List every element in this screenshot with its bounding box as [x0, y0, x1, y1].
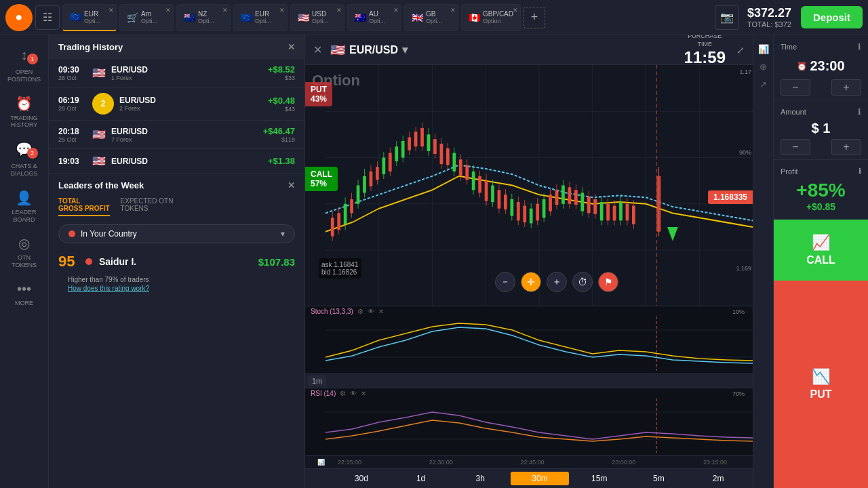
trade-avatar: 2	[92, 93, 114, 115]
tab-nzd[interactable]: 🇳🇿 NZ Opti... ✕	[176, 4, 231, 31]
sidebar-item-open-positions[interactable]: ↕ 1 OPENPOSITIONS	[0, 42, 48, 89]
zoom-out-button[interactable]: －	[495, 272, 515, 292]
price-axis-top: 1.17	[739, 68, 751, 75]
flag-button[interactable]: ⚑	[598, 272, 618, 292]
trade-pair: EUR/USD	[111, 65, 148, 75]
sidebar-item-otn-tokens[interactable]: ◎ OTNTOKENS	[0, 230, 48, 274]
rsi-settings-icon[interactable]: ⚙	[340, 390, 346, 397]
trade-date: 26 Oct	[58, 105, 87, 112]
leaders-close[interactable]: ✕	[288, 180, 295, 190]
crosshair-button[interactable]: ✛	[521, 272, 541, 292]
table-row[interactable]: 09:30 26 Oct 🇺🇸 EUR/USD 1 Forex +$8.52 $…	[49, 59, 304, 87]
tab-close-icon[interactable]: ✕	[450, 7, 456, 14]
sidebar-label-leaderboard: LEADERBOARD	[12, 209, 36, 224]
time-controls: − +	[781, 79, 861, 96]
time-plus-button[interactable]: +	[831, 79, 861, 96]
chart-controls: － ✛ ＋ ⏱ ⚑	[495, 272, 618, 292]
call-button[interactable]: 📈 CALL	[774, 220, 868, 281]
trade-pair: EUR/USD	[111, 157, 148, 166]
price-axis-bottom: 1.169	[736, 265, 751, 272]
trade-time: 06:19	[58, 96, 87, 105]
grid-button[interactable]: ☷	[35, 5, 60, 30]
table-row[interactable]: 19:03 🇺🇸 EUR/USD +$1.38	[49, 149, 304, 174]
tab-gb[interactable]: 🇬🇧 GB Opti... ✕	[404, 4, 458, 31]
ask-bid-display: ask 1.16841 bid 1.16826	[319, 258, 361, 279]
period-30d[interactable]: 30d	[332, 472, 391, 485]
sidebar-item-trading-history[interactable]: ⏰ TRADINGHISTORY	[0, 90, 48, 135]
tab-sublabel: Opti...	[369, 18, 385, 24]
clock-button[interactable]: ⏱	[572, 272, 593, 292]
time-label: 22:15:00	[338, 459, 361, 466]
time-section-title: Time ℹ	[781, 42, 861, 52]
stoch-settings-icon[interactable]: ⚙	[357, 308, 363, 315]
sidebar-item-leaderboard[interactable]: 👤 LEADERBOARD	[0, 184, 48, 229]
pair-label: EUR/USD	[349, 44, 398, 56]
chart-cursor-icon[interactable]: ⊕	[755, 58, 772, 75]
balance-value: $372.27	[747, 6, 791, 20]
right-panel: Time ℹ ⏰ 23:00 − + Amount ℹ $ 1 − +	[773, 35, 868, 488]
trading-history-close[interactable]: ✕	[288, 42, 295, 52]
leaders-tab-otn-tokens[interactable]: EXPECTED OTNTOKENS	[121, 197, 174, 216]
tab-amazon[interactable]: 🛒 Am Opti... ✕	[119, 4, 174, 31]
zoom-in-button[interactable]: ＋	[547, 272, 567, 292]
more-icon: •••	[17, 281, 31, 297]
leader-row: 95 Saidur I. $107.83	[58, 253, 295, 270]
stoch-close-icon[interactable]: ✕	[378, 308, 384, 315]
time-minus-button[interactable]: −	[781, 79, 810, 96]
put-button[interactable]: 📉 PUT	[774, 281, 868, 488]
leader-link[interactable]: How does this rating work?	[68, 285, 295, 292]
chart-expand-button[interactable]: ⤢	[736, 45, 745, 56]
period-3h[interactable]: 3h	[451, 472, 509, 485]
sidebar-item-chats[interactable]: 💬 2 CHATS &DIALOGS	[0, 136, 48, 183]
tab-eur[interactable]: 🇪🇺 EUR Opti... ✕	[233, 4, 288, 31]
tab-close-icon[interactable]: ✕	[108, 7, 114, 14]
tab-close-icon[interactable]: ✕	[222, 7, 228, 14]
chart-bar-icon[interactable]: 📊	[755, 41, 772, 57]
leader-name: Saidur I.	[99, 256, 136, 267]
leaders-title: Leaders of the Week	[58, 180, 144, 190]
table-row[interactable]: 20:18 25 Oct 🇺🇸 EUR/USD 7 Forex +$46.47 …	[49, 121, 304, 149]
rsi-eye-icon[interactable]: 👁	[350, 390, 357, 397]
tab-close-icon[interactable]: ✕	[513, 7, 518, 14]
amount-minus-button[interactable]: −	[781, 139, 810, 155]
amount-section-title: Amount ℹ	[781, 107, 861, 117]
period-30m[interactable]: 30m	[511, 472, 569, 485]
screenshot-button[interactable]: 📷	[715, 5, 739, 30]
period-2m[interactable]: 2m	[689, 472, 747, 485]
call-button-label: CALL	[806, 254, 835, 266]
tab-eur-usd[interactable]: 🇪🇺 EUR Opti... ✕	[62, 4, 117, 31]
rsi-close-icon[interactable]: ✕	[361, 390, 366, 397]
add-tab-button[interactable]: +	[524, 7, 545, 28]
tab-close-icon[interactable]: ✕	[336, 7, 342, 14]
logo-button[interactable]: ●	[5, 4, 33, 31]
tab-close-icon[interactable]: ✕	[279, 7, 285, 14]
tab-gbp-cad[interactable]: 🇨🇦 GBP/CAD Option ✕	[461, 4, 521, 31]
tab-close-icon[interactable]: ✕	[393, 7, 399, 14]
tab-usd[interactable]: 🇺🇸 USD Opti... ✕	[290, 4, 344, 31]
sidebar-item-more[interactable]: ••• MORE	[0, 276, 48, 312]
trade-pair: EUR/USD	[111, 127, 148, 136]
price-tag: 1.168335	[708, 190, 753, 204]
period-1d[interactable]: 1d	[392, 472, 450, 485]
leaders-tab-gross-profit[interactable]: TOTALGROSS PROFIT	[58, 197, 110, 216]
tab-flag: 🇳🇿	[184, 12, 195, 23]
time-label: 23:15:00	[703, 459, 727, 466]
tab-flag: 🛒	[127, 12, 138, 23]
tab-close-icon[interactable]: ✕	[165, 7, 171, 14]
period-5m[interactable]: 5m	[630, 472, 688, 485]
chart-line-icon[interactable]: ↗	[755, 76, 772, 92]
time-info-icon[interactable]: ℹ	[858, 42, 861, 52]
period-15m[interactable]: 15m	[570, 472, 629, 485]
deposit-button[interactable]: Deposit	[801, 6, 863, 28]
chart-close-button[interactable]: ✕	[313, 43, 322, 56]
country-dropdown[interactable]: In Your Country ▾	[58, 224, 295, 243]
stoch-eye-icon[interactable]: 👁	[368, 308, 374, 315]
sidebar-label-trading-history: TRADINGHISTORY	[10, 115, 38, 129]
amount-plus-button[interactable]: +	[831, 139, 861, 155]
trade-date: 25 Oct	[58, 136, 87, 143]
pair-selector[interactable]: 🇺🇸 EUR/USD ▾	[330, 43, 408, 58]
profit-info-icon[interactable]: ℹ	[859, 167, 861, 176]
table-row[interactable]: 06:19 26 Oct 2 EUR/USD 2 Forex +$0.48 $4…	[49, 87, 304, 121]
tab-au[interactable]: 🇦🇺 AU Opti... ✕	[347, 4, 401, 31]
amount-info-icon[interactable]: ℹ	[858, 107, 861, 117]
